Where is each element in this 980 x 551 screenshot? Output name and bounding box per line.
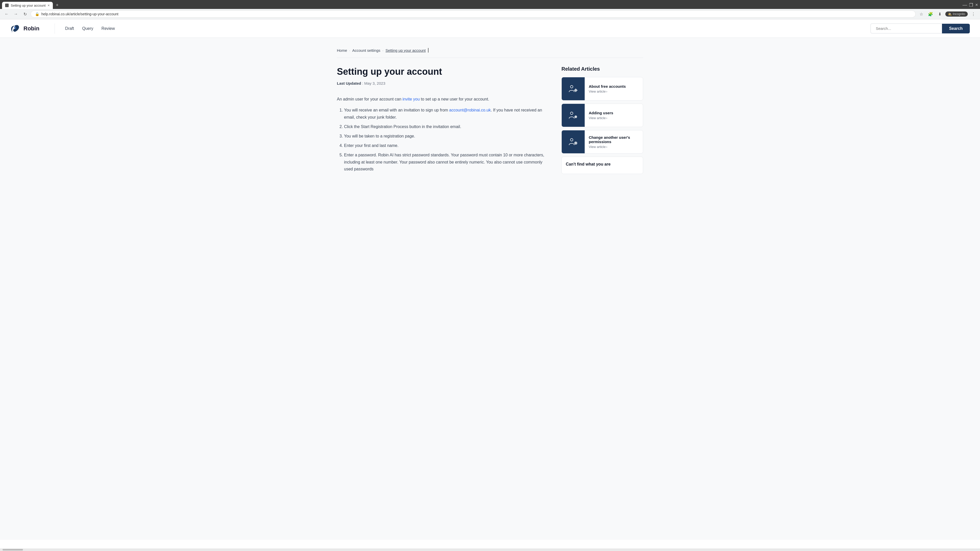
article-body: An admin user for your account can invit… bbox=[337, 96, 546, 172]
related-card-link-1: View article › bbox=[589, 89, 639, 94]
related-card-title-1: About free accounts bbox=[589, 84, 639, 89]
svg-point-8 bbox=[576, 143, 576, 144]
related-card-body-3: Change another user's permissions View a… bbox=[585, 132, 643, 152]
related-card-body-2: Adding users View article › bbox=[585, 107, 643, 124]
related-card-title-3: Change another user's permissions bbox=[589, 135, 639, 144]
incognito-icon: 🕵 bbox=[948, 12, 952, 16]
cant-find-card: Can't find what you are bbox=[562, 157, 643, 174]
window-close-button[interactable]: × bbox=[975, 2, 978, 8]
content-layout: Setting up your account Last Updated : M… bbox=[337, 66, 643, 175]
related-card-body-1: About free accounts View article › bbox=[585, 81, 643, 97]
related-card-icon-3 bbox=[562, 130, 585, 153]
tab-favicon bbox=[5, 3, 9, 7]
related-card-link-text-1: View article bbox=[589, 89, 606, 94]
browser-toolbar: ← → ↻ 🔒 help.robinai.co.uk/article/setti… bbox=[0, 9, 980, 19]
nav-review[interactable]: Review bbox=[102, 25, 115, 32]
article-step-5: Enter a password. Robin AI has strict pa… bbox=[344, 151, 546, 172]
svg-point-4 bbox=[570, 112, 573, 114]
back-button[interactable]: ← bbox=[3, 11, 10, 17]
article-steps-list: You will receive an email with an invita… bbox=[337, 106, 546, 172]
nav-draft[interactable]: Draft bbox=[65, 25, 74, 32]
window-minimize-button[interactable]: — bbox=[963, 2, 967, 8]
site-header: Robin Draft Query Review Search bbox=[0, 19, 980, 38]
menu-button[interactable]: ⋮ bbox=[970, 11, 977, 17]
nav-query[interactable]: Query bbox=[82, 25, 94, 32]
article-intro-end: to set up a new user for your account. bbox=[420, 97, 489, 101]
article-content: Setting up your account Last Updated : M… bbox=[337, 66, 546, 175]
article-meta-date: May 3, 2023 bbox=[364, 81, 385, 86]
related-card-icon-2 bbox=[562, 104, 585, 127]
bookmark-button[interactable]: ☆ bbox=[918, 11, 925, 17]
incognito-label: Incognito bbox=[953, 12, 965, 16]
related-card-icon-1 bbox=[562, 77, 585, 100]
svg-point-6 bbox=[570, 138, 573, 141]
related-card-arrow-1: › bbox=[606, 89, 607, 94]
breadcrumb-sep-1: · bbox=[349, 48, 350, 52]
text-cursor bbox=[428, 48, 428, 52]
browser-tab-area: Setting up your account × + — ❐ × bbox=[0, 0, 980, 9]
article-meta-label: Last Updated bbox=[337, 81, 361, 86]
svg-point-0 bbox=[15, 26, 16, 27]
logo-text: Robin bbox=[24, 25, 39, 32]
tab-title: Setting up your account bbox=[11, 3, 46, 7]
site-nav: Draft Query Review bbox=[65, 25, 115, 32]
related-card-change-permissions[interactable]: Change another user's permissions View a… bbox=[562, 130, 643, 154]
download-button[interactable]: ⬇ bbox=[936, 11, 943, 17]
incognito-badge: 🕵 Incognito bbox=[945, 11, 968, 17]
article-meta-colon: : bbox=[362, 81, 363, 86]
tab-close-button[interactable]: × bbox=[48, 3, 50, 7]
article-sidebar: Related Articles About free account bbox=[562, 66, 643, 174]
new-tab-button[interactable]: + bbox=[54, 2, 61, 9]
add-users-icon bbox=[568, 110, 579, 121]
cant-find-title: Can't find what you are bbox=[566, 162, 639, 167]
invite-you-link[interactable]: invite you bbox=[402, 97, 420, 101]
address-bar[interactable]: 🔒 help.robinai.co.uk/article/setting-up-… bbox=[30, 11, 916, 17]
browser-chrome: Setting up your account × + — ❐ × ← → ↻ … bbox=[0, 0, 980, 19]
robin-logo-icon bbox=[10, 24, 21, 33]
related-card-arrow-2: › bbox=[606, 116, 607, 120]
breadcrumb: Home · Account settings · Setting up you… bbox=[337, 48, 643, 58]
article-step-2: Click the Start Registration Process but… bbox=[344, 123, 546, 130]
related-card-arrow-3: › bbox=[606, 145, 607, 149]
article-intro-paragraph: An admin user for your account can invit… bbox=[337, 96, 546, 103]
article-step-4: Enter your first and last name. bbox=[344, 142, 546, 149]
related-card-adding-users[interactable]: Adding users View article › bbox=[562, 103, 643, 127]
main-content: Home · Account settings · Setting up you… bbox=[327, 38, 653, 190]
svg-point-3 bbox=[576, 90, 576, 91]
reload-button[interactable]: ↻ bbox=[21, 11, 29, 17]
page-wrapper: Robin Draft Query Review Search Home · A… bbox=[0, 19, 980, 540]
breadcrumb-home[interactable]: Home bbox=[337, 48, 347, 52]
article-step-3: You will be taken to a registration page… bbox=[344, 133, 546, 140]
related-card-link-text-2: View article bbox=[589, 116, 606, 120]
users-gear-icon bbox=[568, 83, 579, 94]
breadcrumb-section[interactable]: Account settings bbox=[352, 48, 380, 52]
related-articles-title: Related Articles bbox=[562, 66, 643, 72]
article-step-1: You will receive an email with an invita… bbox=[344, 106, 546, 121]
email-link[interactable]: account@robinai.co.uk bbox=[449, 108, 491, 112]
article-title: Setting up your account bbox=[337, 66, 546, 77]
related-card-link-2: View article › bbox=[589, 116, 639, 120]
window-restore-button[interactable]: ❐ bbox=[969, 2, 973, 8]
forward-button[interactable]: → bbox=[12, 11, 19, 17]
breadcrumb-sep-2: · bbox=[382, 48, 383, 52]
address-text: help.robinai.co.uk/article/setting-up-yo… bbox=[41, 12, 118, 16]
related-card-link-text-3: View article bbox=[589, 145, 606, 149]
search-button[interactable]: Search bbox=[942, 24, 970, 33]
article-intro-text: An admin user for your account can bbox=[337, 97, 402, 101]
toolbar-icons: ☆ 🧩 ⬇ 🕵 Incognito ⋮ bbox=[918, 11, 977, 17]
search-input[interactable] bbox=[870, 24, 942, 33]
header-search-area: Search bbox=[870, 24, 970, 33]
related-card-about-free-accounts[interactable]: About free accounts View article › bbox=[562, 77, 643, 100]
article-meta: Last Updated : May 3, 2023 bbox=[337, 81, 546, 86]
related-card-title-2: Adding users bbox=[589, 111, 639, 115]
extensions-button[interactable]: 🧩 bbox=[927, 11, 934, 17]
svg-point-1 bbox=[570, 86, 573, 88]
browser-active-tab[interactable]: Setting up your account × bbox=[2, 2, 53, 9]
breadcrumb-current[interactable]: Setting up your account bbox=[385, 48, 426, 52]
related-card-link-3: View article › bbox=[589, 145, 639, 149]
logo-area: Robin bbox=[10, 24, 39, 33]
change-permissions-icon bbox=[568, 136, 579, 148]
